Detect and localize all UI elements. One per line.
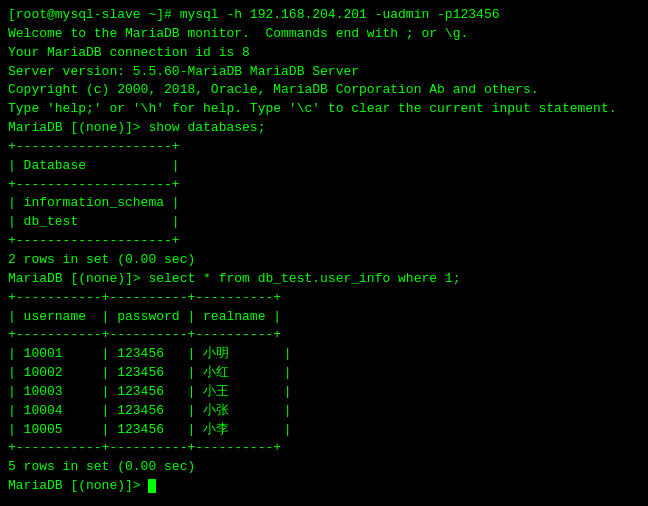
terminal-line: | 10003 | 123456 | 小王 | [8, 383, 640, 402]
terminal-line: MariaDB [(none)]> [8, 477, 640, 496]
terminal-line: | Database | [8, 157, 640, 176]
terminal-line: Server version: 5.5.60-MariaDB MariaDB S… [8, 63, 640, 82]
terminal-line: | 10004 | 123456 | 小张 | [8, 402, 640, 421]
terminal-line: | 10002 | 123456 | 小红 | [8, 364, 640, 383]
terminal-line: | db_test | [8, 213, 640, 232]
terminal-line: +--------------------+ [8, 138, 640, 157]
terminal-line: 5 rows in set (0.00 sec) [8, 458, 640, 477]
terminal-line: | username | password | realname | [8, 308, 640, 327]
terminal-line: +--------------------+ [8, 176, 640, 195]
terminal-line: [root@mysql-slave ~]# mysql -h 192.168.2… [8, 6, 640, 25]
terminal-line: Welcome to the MariaDB monitor. Commands… [8, 25, 640, 44]
terminal-line: | 10005 | 123456 | 小李 | [8, 421, 640, 440]
terminal-line: MariaDB [(none)]> show databases; [8, 119, 640, 138]
terminal-line: +-----------+----------+----------+ [8, 326, 640, 345]
terminal-line: +-----------+----------+----------+ [8, 289, 640, 308]
terminal-line: Your MariaDB connection id is 8 [8, 44, 640, 63]
terminal-window[interactable]: [root@mysql-slave ~]# mysql -h 192.168.2… [0, 0, 648, 506]
terminal-line: | 10001 | 123456 | 小明 | [8, 345, 640, 364]
terminal-line: 2 rows in set (0.00 sec) [8, 251, 640, 270]
terminal-line: +-----------+----------+----------+ [8, 439, 640, 458]
terminal-output: [root@mysql-slave ~]# mysql -h 192.168.2… [8, 6, 640, 496]
terminal-line: | information_schema | [8, 194, 640, 213]
terminal-line: Type 'help;' or '\h' for help. Type '\c'… [8, 100, 640, 119]
cursor [148, 479, 156, 493]
terminal-line: Copyright (c) 2000, 2018, Oracle, MariaD… [8, 81, 640, 100]
terminal-line: MariaDB [(none)]> select * from db_test.… [8, 270, 640, 289]
terminal-line: +--------------------+ [8, 232, 640, 251]
